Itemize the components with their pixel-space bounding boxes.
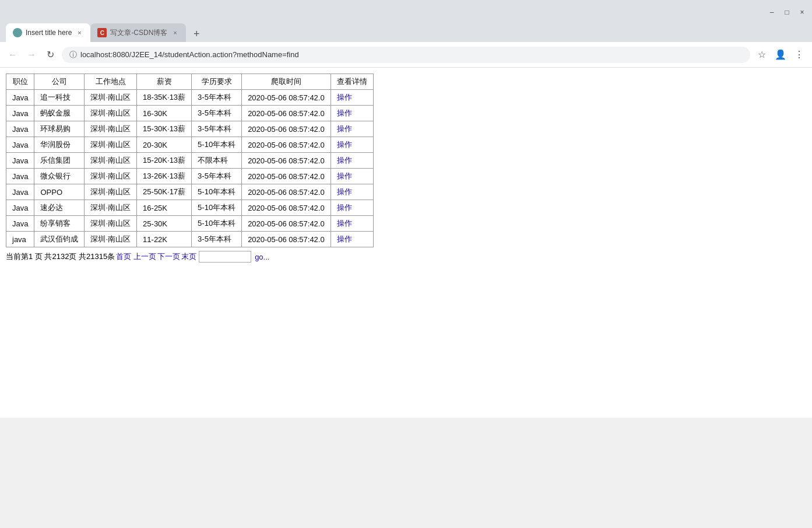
first-page-link[interactable]: 首页 (116, 251, 131, 262)
table-cell: 5-10年本科 (192, 137, 242, 153)
table-cell: 2020-05-06 08:57:42.0 (242, 137, 331, 153)
table-cell: 2020-05-06 08:57:42.0 (242, 184, 331, 200)
table-cell: 15-20K·13薪 (137, 153, 192, 169)
table-cell: 2020-05-06 08:57:42.0 (242, 216, 331, 232)
tab-csdn-icon: C (97, 28, 107, 37)
nav-bar: ← → ↻ ⓘ localhost:8080/J2EE_14/studentAc… (0, 42, 812, 68)
table-row: Java速必达深圳·南山区16-25K5-10年本科2020-05-06 08:… (6, 200, 374, 216)
account-button[interactable]: 👤 (774, 48, 788, 62)
table-cell: Java (6, 200, 34, 216)
table-cell: 蚂蚁金服 (34, 106, 85, 121)
table-cell: 纷享销客 (34, 216, 85, 232)
new-tab-button[interactable]: + (188, 26, 205, 42)
table-cell: 深圳·南山区 (85, 121, 137, 137)
tab1-close-button[interactable]: × (75, 29, 83, 37)
action-link[interactable]: 操作 (331, 106, 373, 121)
table-cell: OPPO (34, 184, 85, 200)
menu-button[interactable]: ⋮ (792, 48, 806, 62)
action-link[interactable]: 操作 (331, 232, 373, 247)
action-link[interactable]: 操作 (331, 121, 373, 137)
table-cell: 13-26K·13薪 (137, 169, 192, 184)
table-cell: 不限本科 (192, 153, 242, 169)
table-cell: 16-30K (137, 106, 192, 121)
table-row: JavaOPPO深圳·南山区25-50K·17薪5-10年本科2020-05-0… (6, 184, 374, 200)
table-cell: 25-30K (137, 216, 192, 232)
table-cell: 20-30K (137, 137, 192, 153)
table-cell: 武汉佰钧成 (34, 232, 85, 247)
action-link[interactable]: 操作 (331, 90, 373, 106)
table-row: Java蚂蚁金服深圳·南山区16-30K3-5年本科2020-05-06 08:… (6, 106, 374, 121)
action-link[interactable]: 操作 (331, 216, 373, 232)
maximize-button[interactable]: □ (783, 8, 791, 16)
tab1-label: Insert title here (26, 29, 72, 37)
browser-window: – □ × Insert title here × C 写文章-CSDN博客 ×… (0, 0, 812, 418)
table-cell: 15-30K·13薪 (137, 121, 192, 137)
table-row: java武汉佰钧成深圳·南山区11-22K3-5年本科2020-05-06 08… (6, 232, 374, 247)
table-cell: 深圳·南山区 (85, 184, 137, 200)
table-header-cell: 学历要求 (192, 74, 242, 90)
table-header-cell: 薪资 (137, 74, 192, 90)
table-cell: 2020-05-06 08:57:42.0 (242, 90, 331, 106)
close-button[interactable]: × (798, 8, 806, 16)
table-cell: 5-10年本科 (192, 200, 242, 216)
pagination-go-button[interactable]: go... (255, 253, 269, 261)
table-cell: 深圳·南山区 (85, 200, 137, 216)
table-cell: 深圳·南山区 (85, 169, 137, 184)
table-cell: 3-5年本科 (192, 90, 242, 106)
tab-bar: Insert title here × C 写文章-CSDN博客 × + (0, 21, 812, 42)
pagination-input[interactable] (199, 251, 251, 263)
table-cell: 2020-05-06 08:57:42.0 (242, 169, 331, 184)
table-cell: 追一科技 (34, 90, 85, 106)
table-cell: 深圳·南山区 (85, 106, 137, 121)
action-link[interactable]: 操作 (331, 184, 373, 200)
prev-page-link[interactable]: 上一页 (133, 251, 156, 262)
action-link[interactable]: 操作 (331, 200, 373, 216)
last-page-link[interactable]: 末页 (181, 251, 196, 262)
table-cell: Java (6, 90, 34, 106)
nav-right-controls: ☆ 👤 ⋮ (755, 48, 806, 62)
table-cell: java (6, 232, 34, 247)
action-link[interactable]: 操作 (331, 153, 373, 169)
forward-button[interactable]: → (24, 48, 38, 62)
table-cell: Java (6, 153, 34, 169)
page-content: 职位公司工作地点薪资学历要求爬取时间查看详情 Java追一科技深圳·南山区18-… (0, 68, 812, 418)
address-lock-icon: ⓘ (69, 50, 77, 60)
table-cell: 微众银行 (34, 169, 85, 184)
table-cell: 5-10年本科 (192, 184, 242, 200)
tab-globe-icon (13, 28, 22, 37)
table-cell: Java (6, 137, 34, 153)
table-cell: 2020-05-06 08:57:42.0 (242, 121, 331, 137)
table-cell: 2020-05-06 08:57:42.0 (242, 106, 331, 121)
table-row: Java环球易购深圳·南山区15-30K·13薪3-5年本科2020-05-06… (6, 121, 374, 137)
table-cell: 速必达 (34, 200, 85, 216)
title-bar: – □ × (0, 0, 812, 21)
table-cell: Java (6, 121, 34, 137)
reload-button[interactable]: ↻ (43, 48, 57, 62)
pagination-info: 当前第1 页 共2132页 共21315条 (6, 251, 115, 262)
tab-active[interactable]: Insert title here × (6, 23, 90, 42)
action-link[interactable]: 操作 (331, 137, 373, 153)
jobs-table: 职位公司工作地点薪资学历要求爬取时间查看详情 Java追一科技深圳·南山区18-… (6, 74, 374, 247)
table-cell: 16-25K (137, 200, 192, 216)
table-cell: 18-35K·13薪 (137, 90, 192, 106)
back-button[interactable]: ← (6, 48, 20, 62)
address-bar[interactable]: ⓘ localhost:8080/J2EE_14/studentAction.a… (62, 47, 750, 63)
tab2-close-button[interactable]: × (171, 29, 179, 37)
action-link[interactable]: 操作 (331, 169, 373, 184)
table-row: Java追一科技深圳·南山区18-35K·13薪3-5年本科2020-05-06… (6, 90, 374, 106)
table-cell: 深圳·南山区 (85, 232, 137, 247)
table-cell: 3-5年本科 (192, 232, 242, 247)
bookmark-button[interactable]: ☆ (755, 48, 769, 62)
table-cell: 深圳·南山区 (85, 153, 137, 169)
next-page-link[interactable]: 下一页 (157, 251, 180, 262)
table-cell: 华润股份 (34, 137, 85, 153)
table-cell: 乐信集团 (34, 153, 85, 169)
table-cell: 深圳·南山区 (85, 137, 137, 153)
table-cell: 3-5年本科 (192, 106, 242, 121)
table-cell: 3-5年本科 (192, 169, 242, 184)
table-cell: 11-22K (137, 232, 192, 247)
tab-csdn[interactable]: C 写文章-CSDN博客 × (90, 23, 186, 42)
minimize-button[interactable]: – (768, 8, 776, 16)
table-header-cell: 工作地点 (85, 74, 137, 90)
table-row: Java微众银行深圳·南山区13-26K·13薪3-5年本科2020-05-06… (6, 169, 374, 184)
